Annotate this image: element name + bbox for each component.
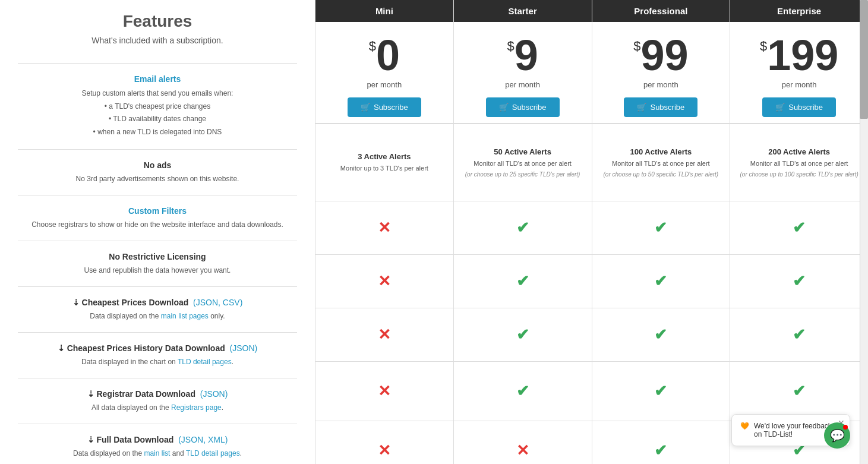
cart-icon-starter: 🛒 xyxy=(499,103,509,112)
check-icon-noads-starter: ✔ xyxy=(516,219,529,237)
plan-dollar-starter: $ xyxy=(507,40,514,53)
plan-price-wrap-starter: $ 9 xyxy=(507,34,538,77)
plan-pricing-enterprise: $ 199 per month 🛒 Subscribe xyxy=(730,22,868,124)
plan-email-desc-professional: Monitor all TLD's at once per alert xyxy=(612,159,710,169)
plan-price-wrap-mini: $ 0 xyxy=(369,34,400,77)
plan-cell-cheapestdl-starter: ✔ xyxy=(454,361,592,421)
plan-features-starter: 50 Active Alerts Monitor all TLD's at on… xyxy=(454,124,592,464)
subscribe-button-starter[interactable]: 🛒 Subscribe xyxy=(486,97,560,117)
plan-email-desc-enterprise: Monitor all TLD's at once per alert xyxy=(750,159,848,169)
plan-header-enterprise: Enterprise xyxy=(730,0,868,22)
feature-row-registrar-data: ⇣ Registrar Data Download (JSON) All dat… xyxy=(18,378,297,424)
plan-features-mini: 3 Active Alerts Monitor up to 3 TLD's pe… xyxy=(315,124,453,464)
feature-row-cheapest-history: ⇣ Cheapest Prices History Data Download … xyxy=(18,332,297,378)
plan-dollar-mini: $ xyxy=(369,40,376,53)
plan-period-starter: per month xyxy=(505,80,540,89)
plan-email-note-professional: (or choose up to 50 specific TLD's per a… xyxy=(604,171,719,178)
subscribe-button-mini[interactable]: 🛒 Subscribe xyxy=(348,97,421,117)
plan-amount-enterprise: 199 xyxy=(767,34,838,77)
plan-cell-email-desc-mini: Monitor up to 3 TLD's per alert xyxy=(340,163,428,173)
check-icon-cheapestdl-starter: ✔ xyxy=(516,382,529,400)
plan-cell-noads-mini: ✕ xyxy=(315,201,453,254)
plan-cell-cheapestdl-enterprise: ✔ xyxy=(730,361,868,421)
check-icon-filters-starter: ✔ xyxy=(516,272,529,291)
plan-name-professional: Professional xyxy=(634,6,687,16)
subscribe-button-professional[interactable]: 🛒 Subscribe xyxy=(624,97,697,117)
plan-dollar-enterprise: $ xyxy=(760,40,767,53)
plan-cell-noads-professional: ✔ xyxy=(592,201,730,254)
check-icon-filters-professional: ✔ xyxy=(654,272,667,291)
chat-icon: 💬 xyxy=(830,428,845,443)
plan-cell-filters-starter: ✔ xyxy=(454,254,592,308)
plan-amount-professional: 99 xyxy=(640,34,688,77)
plan-period-mini: per month xyxy=(367,80,402,89)
plan-amount-mini: 0 xyxy=(376,34,400,77)
cart-icon-mini: 🛒 xyxy=(361,103,370,112)
plan-amount-starter: 9 xyxy=(515,34,538,77)
plan-name-starter: Starter xyxy=(508,6,536,16)
plan-name-enterprise: Enterprise xyxy=(777,6,821,16)
plan-email-note-enterprise: (or choose up to 100 specific TLD's per … xyxy=(740,171,858,178)
feature-desc-cheapest-history: Data displayed in the chart on TLD detai… xyxy=(18,356,297,367)
feedback-emoji: 🧡 xyxy=(740,422,749,430)
scrollbar[interactable] xyxy=(860,0,868,464)
check-icon-filters-enterprise: ✔ xyxy=(793,272,806,291)
check-icon-cheapestdl-professional: ✔ xyxy=(654,382,667,400)
subscribe-label-mini: Subscribe xyxy=(374,103,408,112)
feature-title-full-data: ⇣ Full Data Download (JSON, XML) xyxy=(18,435,297,444)
feature-row-no-ads: No ads No 3rd party advertisements shown… xyxy=(18,149,297,195)
plan-cell-email-enterprise: 200 Active Alerts Monitor all TLD's at o… xyxy=(730,124,868,201)
plan-cell-cheapestdl-mini: ✕ xyxy=(315,361,453,421)
plan-email-title-professional: 100 Active Alerts xyxy=(630,147,692,156)
plan-price-wrap-professional: $ 99 xyxy=(633,34,688,77)
plan-cell-email-title-mini: 3 Active Alerts xyxy=(358,152,411,161)
plan-pricing-starter: $ 9 per month 🛒 Subscribe xyxy=(454,22,592,124)
plan-cell-noads-starter: ✔ xyxy=(454,201,592,254)
feature-desc-custom-filters: Choose registrars to show or hide on the… xyxy=(18,219,297,230)
check-icon-license-enterprise: ✔ xyxy=(793,326,806,344)
plan-cell-email-professional: 100 Active Alerts Monitor all TLD's at o… xyxy=(592,124,730,201)
plan-cell-email-starter: 50 Active Alerts Monitor all TLD's at on… xyxy=(454,124,592,201)
page-wrapper: Features What's included with a subscrip… xyxy=(0,0,868,464)
subscribe-label-professional: Subscribe xyxy=(650,103,684,112)
feature-title-cheapest-download: ⇣ Cheapest Prices Download (JSON, CSV) xyxy=(18,298,297,307)
check-icon-license-starter: ✔ xyxy=(516,326,529,344)
plan-cell-cheapesthist-mini: ✕ xyxy=(315,421,453,464)
check-icon-cheapesthist-professional: ✔ xyxy=(654,441,667,460)
plan-price-wrap-enterprise: $ 199 xyxy=(760,34,838,77)
feature-row-custom-filters: Custom Filters Choose registrars to show… xyxy=(18,195,297,241)
plan-email-note-starter: (or choose up to 25 specific TLD's per a… xyxy=(465,171,580,178)
feature-desc-registrar-data: All data displayed on the Registrars pag… xyxy=(18,402,297,413)
features-subtitle: What's included with a subscription. xyxy=(18,36,297,45)
feature-desc-cheapest-download: Data displayed on the main list pages on… xyxy=(18,311,297,321)
subscribe-label-starter: Subscribe xyxy=(512,103,547,112)
plan-header-starter: Starter xyxy=(454,0,592,22)
check-icon-license-professional: ✔ xyxy=(654,326,667,344)
scrollbar-thumb[interactable] xyxy=(860,0,868,119)
plan-period-professional: per month xyxy=(643,80,678,89)
plan-period-enterprise: per month xyxy=(782,80,817,89)
plan-cell-license-mini: ✕ xyxy=(315,308,453,361)
plan-cell-filters-mini: ✕ xyxy=(315,254,453,308)
chat-button[interactable]: 💬 xyxy=(824,422,850,449)
plan-cell-license-enterprise: ✔ xyxy=(730,308,868,361)
plan-dollar-professional: $ xyxy=(633,40,640,53)
plan-cell-noads-enterprise: ✔ xyxy=(730,201,868,254)
check-icon-noads-enterprise: ✔ xyxy=(793,219,806,237)
feature-title-email-alerts: Email alerts xyxy=(18,74,297,84)
plan-col-mini: Mini $ 0 per month 🛒 Subscribe 3 Active … xyxy=(315,0,453,464)
plan-pricing-professional: $ 99 per month 🛒 Subscribe xyxy=(592,22,730,124)
cross-icon-cheapestdl-mini: ✕ xyxy=(378,382,391,400)
feature-title-cheapest-history: ⇣ Cheapest Prices History Data Download … xyxy=(18,343,297,353)
plan-email-title-starter: 50 Active Alerts xyxy=(494,147,551,156)
cross-icon-cheapesthist-starter: ✕ xyxy=(516,441,529,460)
feature-row-full-data: ⇣ Full Data Download (JSON, XML) Data di… xyxy=(18,424,297,464)
feature-desc-email-alerts: Setup custom alerts that send you emails… xyxy=(18,87,297,138)
plan-cell-filters-enterprise: ✔ xyxy=(730,254,868,308)
plan-email-title-enterprise: 200 Active Alerts xyxy=(768,147,830,156)
feature-row-cheapest-download: ⇣ Cheapest Prices Download (JSON, CSV) D… xyxy=(18,286,297,332)
subscribe-button-enterprise[interactable]: 🛒 Subscribe xyxy=(762,97,836,117)
plan-cell-cheapesthist-starter: ✕ xyxy=(454,421,592,464)
plan-features-professional: 100 Active Alerts Monitor all TLD's at o… xyxy=(592,124,730,464)
feature-title-custom-filters: Custom Filters xyxy=(18,206,297,216)
